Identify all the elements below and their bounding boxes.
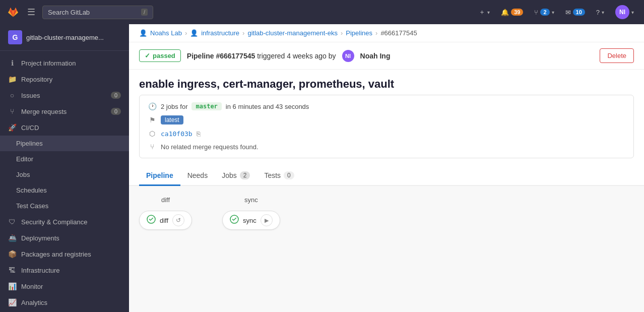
merge-requests-button[interactable]: ⑂ 2 ▾	[530, 7, 558, 18]
sidebar-item-security-compliance[interactable]: 🛡 Security & Compliance	[0, 214, 129, 230]
sidebar-item-infrastructure[interactable]: 🏗 Infrastructure	[0, 262, 129, 278]
chevron-down-icon: ▾	[602, 10, 604, 15]
todo-icon: ✉	[565, 9, 571, 16]
create-new-button[interactable]: ＋ ▾	[475, 6, 494, 19]
job-sync[interactable]: sync ▶	[222, 211, 280, 230]
search-box[interactable]: Search GitLab /	[42, 6, 153, 19]
help-icon: ?	[596, 9, 600, 16]
clock-icon: 🕐	[148, 102, 157, 110]
sidebar-item-label: Deployments	[21, 234, 59, 242]
play-sync-button[interactable]: ▶	[261, 214, 273, 226]
issues-icon: ○	[8, 91, 16, 99]
sidebar-item-monitor[interactable]: 📊 Monitor	[0, 278, 129, 294]
sidebar-item-analytics[interactable]: 📈 Analytics	[0, 294, 129, 310]
sidebar-item-test-cases[interactable]: Test Cases	[0, 198, 129, 214]
breadcrumb-org-icon: 👤	[139, 29, 147, 37]
sidebar-item-label: Security & Compliance	[21, 218, 88, 226]
sidebar-nav: ℹ Project information 📁 Repository ○ Iss…	[0, 51, 129, 312]
sidebar-item-schedules[interactable]: Schedules	[0, 182, 129, 198]
chevron-down-icon: ▾	[487, 10, 490, 15]
sidebar-item-label: Pipelines	[16, 140, 43, 147]
breadcrumb-project[interactable]: gitlab-cluster-management-eks	[247, 29, 337, 37]
project-header[interactable]: G gitlab-cluster-manageme...	[0, 24, 129, 51]
sidebar-item-editor[interactable]: Editor	[0, 151, 129, 167]
infrastructure-icon: 🏗	[8, 266, 16, 274]
sidebar-item-packages-registries[interactable]: 📦 Packages and registries	[0, 246, 129, 262]
duration-text: in 6 minutes and 43 seconds	[226, 103, 309, 110]
job-diff[interactable]: diff ↺	[139, 211, 192, 230]
stage-sync: sync sync ▶	[222, 196, 280, 230]
pipeline-title: Pipeline #666177545 triggered 4 weeks ag…	[187, 52, 336, 60]
tab-pipeline[interactable]: Pipeline	[139, 166, 180, 186]
retry-diff-button[interactable]: ↺	[172, 214, 184, 226]
tests-tab-count: 0	[284, 171, 294, 179]
check-icon: ✓	[145, 52, 150, 59]
breadcrumb-id: #666177545	[380, 29, 417, 37]
sidebar-item-jobs[interactable]: Jobs	[0, 167, 129, 182]
top-navigation: ☰ Search GitLab / ＋ ▾ 🔔 39 ⑂ 2 ▾ ✉ 10 ? …	[0, 0, 644, 24]
sidebar-item-deployments[interactable]: 🚢 Deployments	[0, 230, 129, 246]
project-icon: G	[8, 30, 22, 44]
sidebar-item-repository[interactable]: 📁 Repository	[0, 71, 129, 87]
snooze-button[interactable]: 🔔 39	[497, 7, 527, 18]
merge-request-icon: ⑂	[8, 107, 16, 115]
flag-icon: ⚑	[148, 116, 157, 124]
breadcrumb-group[interactable]: infrastructure	[201, 29, 239, 37]
tab-tests[interactable]: Tests 0	[257, 166, 301, 186]
commit-icon: ⬡	[148, 130, 157, 138]
tab-jobs-label: Jobs	[222, 171, 237, 179]
tab-jobs[interactable]: Jobs 2	[215, 166, 257, 186]
avatar: NI	[615, 5, 629, 19]
sidebar-item-cicd[interactable]: 🚀 CI/CD	[0, 119, 129, 136]
gitlab-logo[interactable]	[6, 5, 20, 19]
issues-count: 0	[111, 92, 121, 99]
shield-icon: 🛡	[8, 218, 16, 226]
pipeline-trigger-text: triggered 4 weeks ago by	[257, 52, 336, 60]
cicd-icon: 🚀	[8, 123, 16, 132]
user-avatar-button[interactable]: NI ▾	[611, 3, 638, 21]
hamburger-menu[interactable]: ☰	[25, 5, 37, 20]
sidebar-item-label: Schedules	[16, 186, 47, 194]
help-button[interactable]: ? ▾	[592, 7, 608, 18]
tab-needs[interactable]: Needs	[180, 166, 215, 186]
pipeline-stages: diff diff ↺ sync	[139, 196, 634, 230]
sidebar: G gitlab-cluster-manageme... ℹ Project i…	[0, 24, 129, 312]
breadcrumb-sep: ›	[185, 29, 187, 37]
sidebar-item-label: Project information	[21, 59, 76, 67]
chevron-down-icon: ▾	[552, 10, 554, 15]
pipeline-graph: diff diff ↺ sync	[129, 186, 644, 312]
sidebar-item-label: Jobs	[16, 171, 30, 178]
sidebar-item-merge-requests[interactable]: ⑂ Merge requests 0	[0, 103, 129, 119]
copy-icon[interactable]: ⎘	[197, 130, 201, 138]
breadcrumb-group-icon: 👤	[190, 29, 198, 37]
commit-row: ⬡ ca10f03b ⎘	[148, 130, 625, 138]
mr-row: ⑂ No related merge requests found.	[148, 143, 625, 151]
search-label: Search GitLab	[48, 9, 90, 16]
sidebar-item-project-information[interactable]: ℹ Project information	[0, 55, 129, 71]
stage-sync-label: sync	[244, 196, 258, 204]
slash-key: /	[141, 9, 148, 16]
success-icon	[147, 215, 156, 226]
sidebar-item-pipelines[interactable]: Pipelines	[0, 136, 129, 151]
pipeline-header: ✓ passed Pipeline #666177545 triggered 4…	[129, 42, 644, 70]
tab-pipeline-label: Pipeline	[146, 171, 173, 179]
todos-button[interactable]: ✉ 10	[561, 7, 589, 18]
breadcrumb-sep: ›	[375, 29, 377, 37]
breadcrumb-org[interactable]: Noahs Lab	[150, 29, 182, 37]
merge-requests-count: 0	[111, 108, 121, 115]
pipeline-author: Noah Ing	[360, 52, 391, 60]
commit-link[interactable]: ca10f03b	[161, 130, 192, 138]
sidebar-item-issues[interactable]: ○ Issues 0	[0, 87, 129, 103]
sidebar-item-label: Editor	[16, 155, 33, 163]
info-icon: ℹ	[8, 59, 16, 67]
sidebar-item-label: Packages and registries	[21, 251, 91, 258]
chevron-down-icon: ▾	[631, 10, 634, 15]
sidebar-item-label: Analytics	[21, 299, 47, 306]
jobs-info-row: 🕐 2 jobs for master in 6 minutes and 43 …	[148, 102, 625, 110]
breadcrumb-section[interactable]: Pipelines	[346, 29, 372, 37]
delete-button[interactable]: Delete	[600, 48, 634, 63]
analytics-icon: 📈	[8, 298, 16, 306]
sidebar-item-label: Test Cases	[16, 202, 48, 210]
pipeline-id: Pipeline #666177545	[187, 52, 255, 60]
main-content: 👤 Noahs Lab › 👤 infrastructure › gitlab-…	[129, 24, 644, 312]
